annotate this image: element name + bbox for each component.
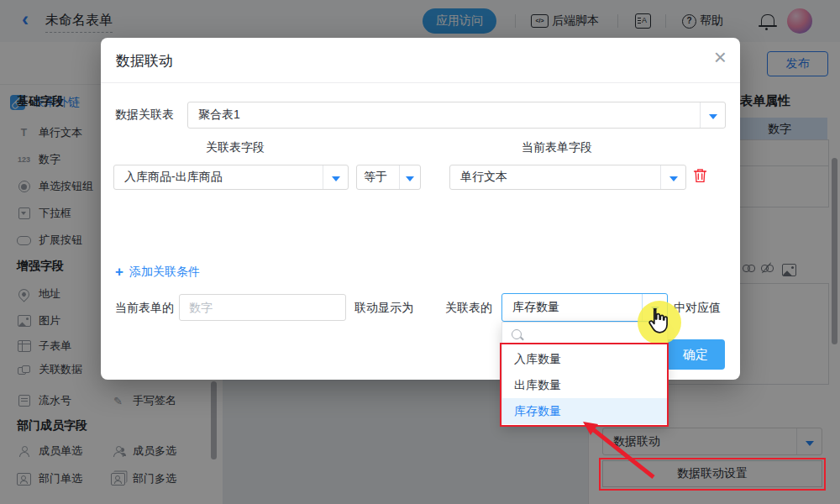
search-icon [512, 329, 522, 339]
condition-left-field-select[interactable]: 入库商品-出库商品 [113, 165, 349, 190]
annotation-box-options [500, 343, 669, 427]
condition-operator-value: 等于 [357, 165, 399, 189]
chevron-down-icon [332, 176, 340, 181]
condition-left-field-value: 入库商品-出库商品 [114, 165, 323, 189]
linked-table-label: 数据关联表 [115, 108, 174, 123]
linked-field-select-value: 库存数量 [502, 294, 642, 321]
chevron-down-icon [406, 176, 414, 181]
condition-right-field-select[interactable]: 单行文本 [449, 165, 686, 190]
chevron-down-icon [709, 114, 717, 119]
linked-table-select[interactable]: 聚合表1 [187, 102, 726, 129]
modal-divider [101, 82, 740, 83]
close-icon[interactable]: × [714, 46, 727, 68]
form-builder-app: ‹ 未命名表单 应用访问 </> 后端脚本 A ? 帮助 表单外链 基础字段 T… [0, 0, 840, 504]
linked-table-select-value: 聚合表1 [188, 102, 700, 128]
linkage-display-label: 联动显示为 [354, 301, 413, 316]
corresponding-value-label: 中对应值 [674, 301, 721, 316]
modal-title: 数据联动 [116, 51, 173, 71]
column-header-linked-field: 关联表字段 [181, 140, 290, 155]
linked-table-prefix-label: 关联表的 [445, 301, 492, 316]
plus-icon: + [115, 265, 123, 279]
current-form-prefix-label: 当前表单的 [115, 301, 174, 316]
chevron-down-icon [669, 176, 678, 181]
condition-right-field-value: 单行文本 [450, 165, 660, 189]
current-form-field-input[interactable] [179, 294, 346, 321]
column-header-current-field: 当前表单字段 [502, 140, 612, 155]
confirm-button[interactable]: 确定 [666, 339, 725, 370]
delete-condition-icon[interactable] [693, 168, 707, 186]
add-condition-link[interactable]: + 添加关联条件 [115, 265, 200, 280]
cursor-icon [644, 307, 669, 338]
annotation-box-setting [599, 458, 826, 491]
condition-operator-select[interactable]: 等于 [356, 165, 421, 190]
